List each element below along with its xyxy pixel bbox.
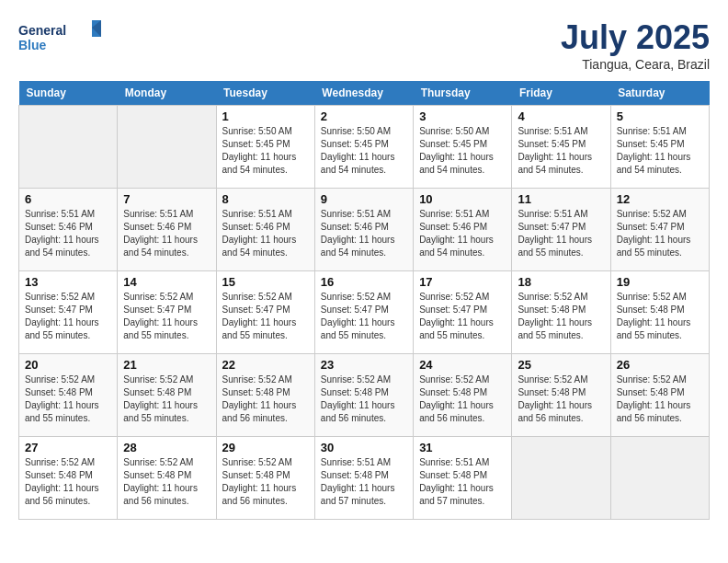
calendar-cell: 28Sunrise: 5:52 AM Sunset: 5:48 PM Dayli… [118, 437, 216, 520]
calendar-cell: 27Sunrise: 5:52 AM Sunset: 5:48 PM Dayli… [19, 437, 118, 520]
calendar-cell: 30Sunrise: 5:51 AM Sunset: 5:48 PM Dayli… [314, 437, 413, 520]
day-info: Sunrise: 5:52 AM Sunset: 5:48 PM Dayligh… [123, 456, 210, 508]
day-info: Sunrise: 5:52 AM Sunset: 5:48 PM Dayligh… [617, 291, 703, 342]
svg-text:Blue: Blue [18, 38, 47, 52]
page-header: General Blue July 2025 Tiangua, Ceara, B… [18, 18, 710, 72]
day-number: 30 [321, 441, 407, 454]
day-number: 23 [321, 358, 407, 372]
weekday-header-saturday: Saturday [610, 81, 709, 106]
calendar-cell: 20Sunrise: 5:52 AM Sunset: 5:48 PM Dayli… [19, 354, 118, 437]
calendar-cell: 7Sunrise: 5:51 AM Sunset: 5:46 PM Daylig… [118, 189, 216, 271]
day-number: 6 [25, 192, 111, 206]
day-info: Sunrise: 5:52 AM Sunset: 5:48 PM Dayligh… [518, 373, 604, 425]
day-info: Sunrise: 5:52 AM Sunset: 5:47 PM Dayligh… [25, 291, 111, 342]
day-number: 14 [123, 275, 210, 289]
day-info: Sunrise: 5:52 AM Sunset: 5:48 PM Dayligh… [321, 373, 407, 425]
calendar-cell: 10Sunrise: 5:51 AM Sunset: 5:46 PM Dayli… [414, 189, 512, 271]
calendar-cell: 16Sunrise: 5:52 AM Sunset: 5:47 PM Dayli… [314, 271, 413, 354]
day-info: Sunrise: 5:51 AM Sunset: 5:46 PM Dayligh… [25, 208, 111, 259]
calendar-cell: 22Sunrise: 5:52 AM Sunset: 5:48 PM Dayli… [216, 354, 314, 437]
day-info: Sunrise: 5:50 AM Sunset: 5:45 PM Dayligh… [419, 125, 506, 177]
day-number: 3 [419, 109, 506, 123]
day-info: Sunrise: 5:51 AM Sunset: 5:46 PM Dayligh… [222, 208, 309, 259]
calendar-cell: 5Sunrise: 5:51 AM Sunset: 5:45 PM Daylig… [610, 106, 709, 189]
day-info: Sunrise: 5:52 AM Sunset: 5:48 PM Dayligh… [25, 456, 111, 508]
calendar-cell: 13Sunrise: 5:52 AM Sunset: 5:47 PM Dayli… [19, 271, 118, 354]
day-number: 12 [617, 192, 703, 206]
day-info: Sunrise: 5:51 AM Sunset: 5:48 PM Dayligh… [321, 456, 407, 508]
calendar-cell: 12Sunrise: 5:52 AM Sunset: 5:47 PM Dayli… [610, 189, 709, 271]
calendar-cell: 29Sunrise: 5:52 AM Sunset: 5:48 PM Dayli… [216, 437, 314, 520]
calendar-cell: 11Sunrise: 5:51 AM Sunset: 5:47 PM Dayli… [512, 189, 610, 271]
day-info: Sunrise: 5:52 AM Sunset: 5:47 PM Dayligh… [222, 291, 309, 342]
day-number: 31 [419, 441, 506, 454]
calendar-cell: 19Sunrise: 5:52 AM Sunset: 5:48 PM Dayli… [610, 271, 709, 354]
calendar-cell [19, 106, 118, 189]
title-block: July 2025 Tiangua, Ceara, Brazil [561, 18, 710, 72]
day-info: Sunrise: 5:52 AM Sunset: 5:48 PM Dayligh… [123, 373, 210, 425]
svg-text:General: General [18, 23, 66, 38]
day-number: 10 [419, 192, 506, 206]
weekday-header-friday: Friday [512, 81, 610, 106]
calendar-cell: 4Sunrise: 5:51 AM Sunset: 5:45 PM Daylig… [512, 106, 610, 189]
day-info: Sunrise: 5:52 AM Sunset: 5:47 PM Dayligh… [419, 291, 506, 342]
calendar-cell: 9Sunrise: 5:51 AM Sunset: 5:46 PM Daylig… [314, 189, 413, 271]
day-number: 1 [222, 109, 309, 123]
day-info: Sunrise: 5:52 AM Sunset: 5:47 PM Dayligh… [321, 291, 407, 342]
weekday-header-wednesday: Wednesday [314, 81, 413, 106]
day-info: Sunrise: 5:51 AM Sunset: 5:45 PM Dayligh… [518, 125, 604, 177]
calendar-cell: 31Sunrise: 5:51 AM Sunset: 5:48 PM Dayli… [414, 437, 512, 520]
calendar-cell: 25Sunrise: 5:52 AM Sunset: 5:48 PM Dayli… [512, 354, 610, 437]
day-info: Sunrise: 5:52 AM Sunset: 5:48 PM Dayligh… [222, 373, 309, 425]
calendar-cell: 17Sunrise: 5:52 AM Sunset: 5:47 PM Dayli… [414, 271, 512, 354]
day-number: 13 [25, 275, 111, 289]
day-info: Sunrise: 5:51 AM Sunset: 5:47 PM Dayligh… [518, 208, 604, 259]
day-info: Sunrise: 5:50 AM Sunset: 5:45 PM Dayligh… [222, 125, 309, 177]
weekday-header-tuesday: Tuesday [216, 81, 314, 106]
day-info: Sunrise: 5:51 AM Sunset: 5:46 PM Dayligh… [123, 208, 210, 259]
day-number: 4 [518, 109, 604, 123]
calendar-cell [512, 437, 610, 520]
day-info: Sunrise: 5:52 AM Sunset: 5:48 PM Dayligh… [222, 456, 309, 508]
calendar-cell: 21Sunrise: 5:52 AM Sunset: 5:48 PM Dayli… [118, 354, 216, 437]
calendar-cell: 14Sunrise: 5:52 AM Sunset: 5:47 PM Dayli… [118, 271, 216, 354]
day-number: 22 [222, 358, 309, 372]
day-info: Sunrise: 5:52 AM Sunset: 5:48 PM Dayligh… [419, 373, 506, 425]
calendar-cell: 2Sunrise: 5:50 AM Sunset: 5:45 PM Daylig… [314, 106, 413, 189]
day-number: 8 [222, 192, 309, 206]
day-number: 21 [123, 358, 210, 372]
day-info: Sunrise: 5:52 AM Sunset: 5:47 PM Dayligh… [123, 291, 210, 342]
day-info: Sunrise: 5:51 AM Sunset: 5:48 PM Dayligh… [419, 456, 506, 508]
calendar-cell: 3Sunrise: 5:50 AM Sunset: 5:45 PM Daylig… [414, 106, 512, 189]
weekday-header-sunday: Sunday [19, 81, 118, 106]
location-subtitle: Tiangua, Ceara, Brazil [561, 57, 710, 72]
day-number: 7 [123, 192, 210, 206]
day-number: 2 [321, 109, 407, 123]
calendar-cell: 26Sunrise: 5:52 AM Sunset: 5:48 PM Dayli… [610, 354, 709, 437]
calendar-cell [610, 437, 709, 520]
calendar-cell [118, 106, 216, 189]
day-info: Sunrise: 5:51 AM Sunset: 5:46 PM Dayligh… [321, 208, 407, 259]
calendar-cell: 1Sunrise: 5:50 AM Sunset: 5:45 PM Daylig… [216, 106, 314, 189]
calendar-cell: 6Sunrise: 5:51 AM Sunset: 5:46 PM Daylig… [19, 189, 118, 271]
calendar-cell: 18Sunrise: 5:52 AM Sunset: 5:48 PM Dayli… [512, 271, 610, 354]
weekday-header-monday: Monday [118, 81, 216, 106]
day-number: 15 [222, 275, 309, 289]
day-number: 5 [617, 109, 703, 123]
day-number: 19 [617, 275, 703, 289]
day-number: 17 [419, 275, 506, 289]
day-info: Sunrise: 5:52 AM Sunset: 5:48 PM Dayligh… [25, 373, 111, 425]
day-number: 16 [321, 275, 407, 289]
day-info: Sunrise: 5:52 AM Sunset: 5:48 PM Dayligh… [617, 373, 703, 425]
calendar-cell: 24Sunrise: 5:52 AM Sunset: 5:48 PM Dayli… [414, 354, 512, 437]
day-info: Sunrise: 5:50 AM Sunset: 5:45 PM Dayligh… [321, 125, 407, 177]
day-number: 27 [25, 441, 111, 454]
day-info: Sunrise: 5:51 AM Sunset: 5:46 PM Dayligh… [419, 208, 506, 259]
day-number: 11 [518, 192, 604, 206]
month-year-title: July 2025 [561, 18, 710, 57]
day-number: 25 [518, 358, 604, 372]
day-number: 28 [123, 441, 210, 454]
day-info: Sunrise: 5:51 AM Sunset: 5:45 PM Dayligh… [617, 125, 703, 177]
day-number: 29 [222, 441, 309, 454]
day-info: Sunrise: 5:52 AM Sunset: 5:48 PM Dayligh… [518, 291, 604, 342]
